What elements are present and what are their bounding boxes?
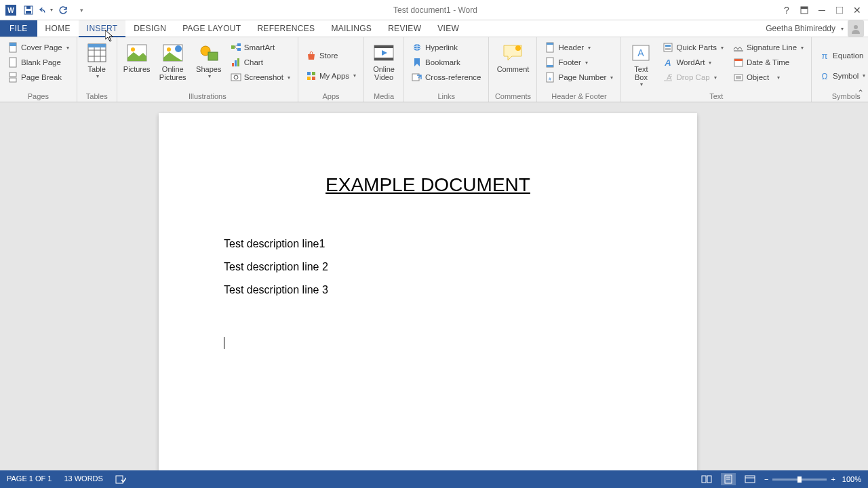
wordart-icon: A [663, 57, 673, 68]
store-button[interactable]: Store [302, 48, 359, 63]
help-icon[interactable]: ? [778, 2, 795, 18]
quick-access-toolbar: W ▾ ▾ [0, 3, 92, 17]
online-video-button[interactable]: Online Video [368, 40, 399, 91]
tab-references[interactable]: REFERENCES [249, 20, 323, 37]
read-mode-icon[interactable] [699, 473, 714, 485]
svg-rect-33 [235, 60, 237, 66]
svg-rect-59 [665, 48, 671, 50]
zoom-level[interactable]: 100% [842, 475, 861, 483]
svg-point-21 [131, 47, 135, 52]
page-break-button[interactable]: Page Break [4, 70, 73, 85]
svg-point-8 [854, 25, 858, 29]
svg-rect-19 [88, 44, 106, 47]
user-area[interactable]: Geetha Bhimireddy ▾ [766, 20, 868, 37]
tab-file[interactable]: FILE [0, 20, 37, 37]
svg-rect-10 [9, 43, 16, 46]
ribbon-tabs: FILE HOME INSERT DESIGN PAGE LAYOUT REFE… [0, 20, 868, 37]
hyperlink-button[interactable]: Hyperlink [408, 40, 484, 55]
group-pages-label: Pages [4, 91, 73, 100]
online-pictures-button[interactable]: Online Pictures [155, 40, 191, 91]
zoom-out-icon[interactable]: − [764, 475, 768, 483]
tab-mailings[interactable]: MAILINGS [323, 20, 380, 37]
blank-page-icon [7, 57, 18, 68]
minimize-icon[interactable]: ─ [814, 2, 830, 18]
symbol-icon: Ω [819, 70, 830, 81]
table-icon [86, 42, 108, 64]
svg-line-30 [235, 45, 237, 47]
web-layout-icon[interactable] [743, 473, 757, 485]
date-time-button[interactable]: Date & Time [730, 55, 807, 70]
svg-rect-73 [702, 476, 706, 483]
smartart-button[interactable]: SmartArt [227, 40, 294, 55]
object-button[interactable]: Object▾ [730, 70, 807, 85]
object-icon [733, 72, 744, 83]
tab-page-layout[interactable]: PAGE LAYOUT [174, 20, 249, 37]
svg-rect-4 [26, 11, 31, 14]
qat-customize-icon[interactable]: ▾ [75, 3, 88, 17]
group-links-label: Links [408, 91, 484, 100]
tab-view[interactable]: VIEW [429, 20, 467, 37]
pictures-button[interactable]: Pictures [121, 40, 153, 91]
quick-parts-button[interactable]: Quick Parts▾ [659, 40, 726, 55]
page-indicator[interactable]: PAGE 1 OF 1 [7, 474, 52, 484]
zoom-slider[interactable]: − + [764, 475, 835, 483]
online-pictures-icon [162, 42, 184, 64]
my-apps-button[interactable]: My Apps▾ [302, 68, 359, 83]
shapes-button[interactable]: Shapes▾ [193, 40, 224, 91]
cross-reference-button[interactable]: Cross-reference [408, 70, 484, 85]
blank-page-button[interactable]: Blank Page [4, 55, 73, 70]
maximize-icon[interactable] [831, 2, 848, 18]
ribbon-display-icon[interactable] [796, 2, 812, 18]
svg-text:W: W [7, 7, 14, 14]
signature-line-button[interactable]: Signature Line▾ [730, 40, 807, 55]
document-line: Test description line 2 [224, 261, 632, 273]
cover-page-button[interactable]: Cover Page▾ [4, 40, 73, 55]
page-number-button[interactable]: #Page Number▾ [541, 70, 616, 85]
group-tables-label: Tables [81, 91, 113, 100]
group-header-footer-label: Header & Footer [541, 91, 616, 100]
group-illustrations: Pictures Online Pictures Shapes▾ SmartAr… [117, 37, 298, 102]
svg-text:#: # [549, 77, 552, 81]
statusbar: PAGE 1 OF 1 13 WORDS − + 100% [0, 470, 868, 488]
zoom-in-icon[interactable]: + [831, 475, 835, 483]
drop-cap-button[interactable]: ADrop Cap▾ [659, 70, 726, 85]
symbol-button[interactable]: ΩSymbol▾ [816, 68, 868, 83]
comment-button[interactable]: Comment [493, 40, 532, 91]
footer-button[interactable]: Footer▾ [541, 55, 616, 70]
save-icon[interactable] [22, 3, 35, 17]
text-box-icon: A [630, 42, 652, 64]
svg-rect-34 [237, 58, 239, 66]
svg-rect-28 [237, 43, 241, 46]
chart-button[interactable]: Chart [227, 55, 294, 70]
collapse-ribbon-icon[interactable]: ⌃ [857, 88, 864, 98]
header-button[interactable]: Header▾ [541, 40, 616, 55]
cross-reference-icon [412, 72, 422, 83]
proofing-icon[interactable] [115, 474, 126, 484]
group-comments: Comment Comments [489, 37, 537, 102]
pictures-icon [126, 42, 148, 64]
page-number-icon: # [545, 72, 555, 83]
wordart-button[interactable]: AWordArt▾ [659, 55, 726, 70]
svg-rect-67 [734, 59, 743, 61]
tab-design[interactable]: DESIGN [125, 20, 174, 37]
word-count[interactable]: 13 WORDS [64, 474, 102, 484]
smartart-icon [231, 42, 241, 53]
redo-icon[interactable] [57, 3, 71, 17]
table-button[interactable]: Table▾ [81, 40, 113, 91]
close-icon[interactable]: ✕ [849, 2, 865, 18]
screenshot-button[interactable]: Screenshot▾ [227, 70, 294, 85]
tab-review[interactable]: REVIEW [380, 20, 429, 37]
bookmark-button[interactable]: Bookmark [408, 55, 484, 70]
svg-text:A: A [638, 47, 645, 58]
screenshot-icon [231, 72, 241, 83]
svg-line-31 [235, 47, 237, 49]
text-box-button[interactable]: AText Box▾ [625, 40, 656, 91]
equation-button[interactable]: πEquation▾ [816, 48, 868, 63]
print-layout-icon[interactable] [721, 473, 736, 485]
tab-home[interactable]: HOME [37, 20, 79, 37]
page[interactable]: EXAMPLE DOCUMENT Test description line1 … [159, 113, 697, 470]
undo-icon[interactable]: ▾ [39, 3, 53, 17]
tab-insert[interactable]: INSERT [79, 20, 126, 37]
signature-line-icon [733, 42, 744, 53]
group-text-label: Text [625, 91, 807, 100]
